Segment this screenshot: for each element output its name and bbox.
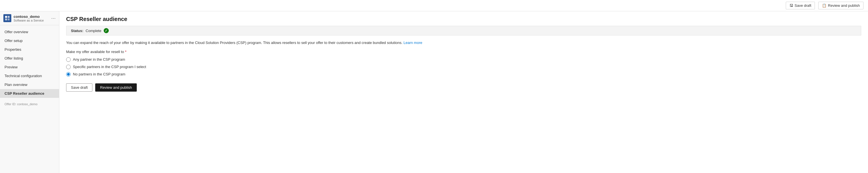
sidebar-nav: Offer overview Offer setup Properties Of… — [0, 25, 59, 100]
radio-specific-partners[interactable]: Specific partners in the CSP program I s… — [66, 65, 861, 69]
resell-options: Any partner in the CSP program Specific … — [66, 57, 861, 77]
action-buttons: Save draft Review and publish — [66, 83, 861, 92]
page-title: CSP Reseller audience — [66, 16, 861, 22]
radio-any-partner[interactable]: Any partner in the CSP program — [66, 57, 861, 62]
content-area: CSP Reseller audience Status: Complete ✓… — [59, 11, 868, 173]
radio-specific-partners-label[interactable]: Specific partners in the CSP program I s… — [73, 65, 146, 69]
status-bar: Status: Complete ✓ — [66, 26, 861, 35]
radio-any-partner-input[interactable] — [66, 57, 71, 62]
status-value: Complete — [86, 29, 101, 33]
content-inner: CSP Reseller audience Status: Complete ✓… — [59, 11, 868, 96]
top-bar: 🖫 Save draft 📋 Review and publish — [0, 0, 868, 11]
company-name: contoso_demo — [13, 15, 44, 19]
sidebar-item-offer-listing[interactable]: Offer listing — [0, 54, 59, 63]
main-layout: contoso_demo Software as a Service ⋯ Off… — [0, 11, 868, 173]
review-icon: 📋 — [822, 3, 827, 8]
description-text: You can expand the reach of your offer b… — [66, 40, 861, 46]
sidebar-item-csp-reseller-audience[interactable]: CSP Reseller audience — [0, 89, 59, 98]
review-publish-label-top: Review and publish — [828, 3, 860, 8]
required-indicator: * — [124, 50, 127, 54]
review-publish-button[interactable]: Review and publish — [95, 83, 137, 92]
sidebar-item-technical-configuration[interactable]: Technical configuration — [0, 72, 59, 80]
description-body: You can expand the reach of your offer b… — [66, 41, 402, 45]
top-bar-actions: 🖫 Save draft 📋 Review and publish — [786, 2, 864, 9]
sidebar-more-button[interactable]: ⋯ — [51, 16, 56, 21]
svg-rect-0 — [5, 16, 7, 18]
company-subtitle: Software as a Service — [13, 19, 44, 22]
radio-specific-partners-input[interactable] — [66, 65, 71, 69]
radio-no-partners[interactable]: No partners in the CSP program — [66, 72, 861, 77]
status-label: Status: — [71, 29, 83, 33]
save-icon: 🖫 — [789, 3, 793, 8]
save-draft-button[interactable]: Save draft — [66, 83, 92, 92]
sidebar-item-preview[interactable]: Preview — [0, 63, 59, 72]
sidebar-header: contoso_demo Software as a Service ⋯ — [0, 11, 59, 25]
save-draft-button-top[interactable]: 🖫 Save draft — [786, 2, 815, 9]
status-complete-icon: ✓ — [104, 28, 109, 33]
learn-more-link[interactable]: Learn more — [403, 41, 422, 45]
radio-any-partner-label[interactable]: Any partner in the CSP program — [73, 57, 125, 61]
save-draft-label-top: Save draft — [795, 3, 811, 8]
logo-icon — [5, 16, 10, 21]
sidebar-item-plan-overview[interactable]: Plan overview — [0, 80, 59, 89]
svg-rect-3 — [8, 19, 10, 20]
section-label: Make my offer available for resell to * — [66, 50, 861, 54]
svg-rect-1 — [8, 16, 10, 18]
offer-id: Offer ID: contoso_demo — [0, 100, 59, 108]
sidebar-item-offer-overview[interactable]: Offer overview — [0, 27, 59, 36]
svg-rect-2 — [5, 19, 7, 20]
sidebar: contoso_demo Software as a Service ⋯ Off… — [0, 11, 59, 173]
radio-no-partners-label[interactable]: No partners in the CSP program — [73, 72, 125, 76]
sidebar-logo — [3, 14, 11, 22]
sidebar-company-info: contoso_demo Software as a Service — [13, 15, 44, 22]
review-publish-button-top[interactable]: 📋 Review and publish — [818, 2, 864, 9]
sidebar-item-properties[interactable]: Properties — [0, 45, 59, 54]
sidebar-item-offer-setup[interactable]: Offer setup — [0, 36, 59, 45]
radio-no-partners-input[interactable] — [66, 72, 71, 77]
